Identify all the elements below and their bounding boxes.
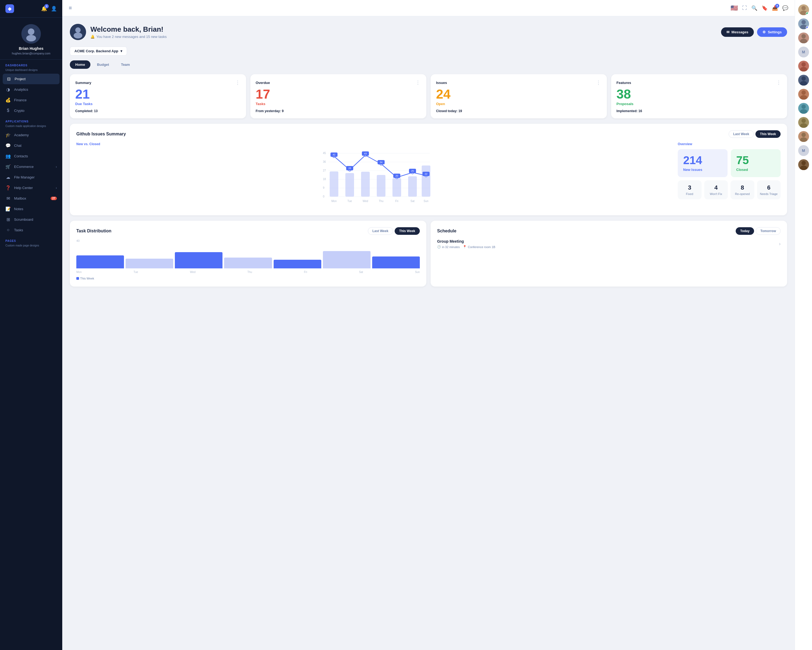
schedule-section: Schedule Today Tomorrow Group Meeting 🕐 … [430,221,787,286]
sidebar-top: ◆ 🔔 3 👤 [0,0,62,18]
svg-text:20: 20 [395,174,398,177]
notifications-icon[interactable]: 🔔 3 [41,6,47,12]
reopened-number: 8 [741,184,744,191]
sidebar-item-mailbox[interactable]: ✉ Mailbox 27 [0,193,62,203]
svg-text:Thu: Thu [379,200,383,203]
schedule-title: Schedule [437,229,456,234]
rs-avatar-11[interactable]: M [798,145,809,156]
rs-avatar-2[interactable] [798,18,809,29]
gear-icon: ⚙ [762,30,766,34]
schedule-item-name: Group Meeting [437,239,495,243]
sidebar-item-scrumboard-label: Scrumboard [14,217,33,222]
triage-label: Needs Triage [760,192,778,196]
features-menu-icon[interactable]: ⋮ [776,80,782,86]
sidebar-item-file-manager[interactable]: ☁ File Manager [0,172,62,182]
svg-point-58 [800,67,807,72]
github-this-week-btn[interactable]: This Week [756,130,781,138]
language-flag-icon[interactable]: 🇺🇸 [731,5,738,12]
finance-icon: 💰 [5,98,11,102]
messages-button[interactable]: ✉ Messages [721,28,754,37]
rs-avatar-7[interactable] [798,89,809,99]
svg-point-57 [801,62,806,67]
rs-avatar-8[interactable] [798,103,809,114]
left-sidebar: ◆ 🔔 3 👤 Brian Hughes hughes.brian@compan… [0,0,62,650]
contacts-icon: 👥 [5,154,11,159]
sidebar-item-notes[interactable]: 📝 Notes [0,203,62,214]
fullscreen-icon[interactable]: ⛶ [742,5,747,11]
summary-menu-icon[interactable]: ⋮ [235,80,241,86]
settings-button[interactable]: ⚙ Settings [757,28,787,37]
wontfix-label: Won't Fix [710,192,722,196]
sidebar-item-help-center[interactable]: ❓ Help Center › [0,182,62,193]
rs-avatar-9[interactable] [798,117,809,128]
file-manager-icon: ☁ [5,175,11,180]
bar-4 [224,258,272,268]
rs-avatar-4[interactable]: M [798,47,809,57]
logo[interactable]: ◆ [5,5,14,13]
sidebar-item-chat[interactable]: 💬 Chat [0,140,62,151]
svg-point-1 [26,35,36,41]
sidebar-item-tasks[interactable]: ○ Tasks [0,225,62,235]
tab-budget[interactable]: Budget [92,60,114,69]
fixed-card: 3 Fixed [678,180,702,199]
applications-section-label: APPLICATIONS [0,116,62,125]
svg-rect-20 [392,178,401,197]
user-profile-icon[interactable]: 👤 [51,6,57,12]
scrumboard-icon: ⊞ [5,217,11,222]
tab-home[interactable]: Home [70,60,90,69]
github-title: Github Issues Summary [76,132,126,136]
svg-text:Sun: Sun [424,200,429,203]
app-selector[interactable]: ACME Corp. Backend App ▾ [70,47,127,55]
rs-avatar-6[interactable] [798,75,809,86]
hamburger-menu-icon[interactable]: ≡ [69,5,72,11]
sidebar-item-finance[interactable]: 💰 Finance [0,95,62,106]
overdue-label: Tasks [256,102,421,106]
sidebar-item-academy[interactable]: 🎓 Academy [0,130,62,140]
clock-icon: 🕐 [437,245,441,249]
sidebar-item-project[interactable]: ⊟ Project [3,74,60,84]
chart-subtitle: New vs. Closed [76,142,672,146]
messages-icon[interactable]: 💬 [782,5,788,11]
new-issues-card: 214 New Issues [678,149,728,177]
schedule-today-btn[interactable]: Today [736,227,754,235]
page-header: Welcome back, Brian! 🔔 You have 2 new me… [70,24,787,40]
sidebar-item-analytics[interactable]: ◑ Analytics [0,84,62,95]
schedule-chevron-right-icon[interactable]: › [779,241,781,247]
header-buttons: ✉ Messages ⚙ Settings [721,28,787,37]
sidebar-item-ecommerce[interactable]: 🛒 ECommerce › [0,161,62,172]
sidebar-item-crypto[interactable]: $ Crypto [0,106,62,116]
summary-number: 21 [75,88,241,101]
chart-container: 45 36 27 18 9 0 [76,149,672,209]
header-subtitle: 🔔 You have 2 new messages and 15 new tas… [90,35,167,39]
tab-team[interactable]: Team [116,60,135,69]
task-dist-title: Task Distribution [76,229,111,234]
rs-avatar-3[interactable] [798,32,809,43]
task-dist-this-week-btn[interactable]: This Week [395,227,420,235]
schedule-tomorrow-btn[interactable]: Tomorrow [756,227,781,235]
bookmark-icon[interactable]: 🔖 [762,5,768,11]
search-icon[interactable]: 🔍 [751,5,757,11]
rs-avatar-12[interactable] [798,159,809,170]
rs-avatar-10[interactable] [798,131,809,142]
rs-avatar-1[interactable] [798,5,809,15]
inbox-icon[interactable]: 📥 5 [772,5,778,11]
online-badge-2 [806,26,809,29]
issues-menu-icon[interactable]: ⋮ [596,80,601,86]
legend-this-week: This Week [76,277,94,280]
sidebar-item-contacts[interactable]: 👥 Contacts [0,151,62,161]
task-dist-toggle: Last Week This Week [368,227,420,235]
sidebar-item-scrumboard[interactable]: ⊞ Scrumboard [0,214,62,225]
dashboards-section-label: DASHBOARDS [0,60,62,69]
task-dist-last-week-btn[interactable]: Last Week [368,227,393,235]
closed-number: 75 [736,154,749,166]
new-issues-label: New Issues [683,168,702,172]
bar-5 [274,260,321,268]
task-bar-chart [76,247,420,268]
schedule-time: 🕐 in 32 minutes [437,245,459,249]
rs-avatar-5[interactable] [798,61,809,72]
github-issues-section: Github Issues Summary Last Week This Wee… [70,124,787,215]
overdue-menu-icon[interactable]: ⋮ [415,80,421,86]
svg-point-62 [800,95,807,99]
github-last-week-btn[interactable]: Last Week [729,130,754,138]
svg-text:Mon: Mon [331,200,336,203]
